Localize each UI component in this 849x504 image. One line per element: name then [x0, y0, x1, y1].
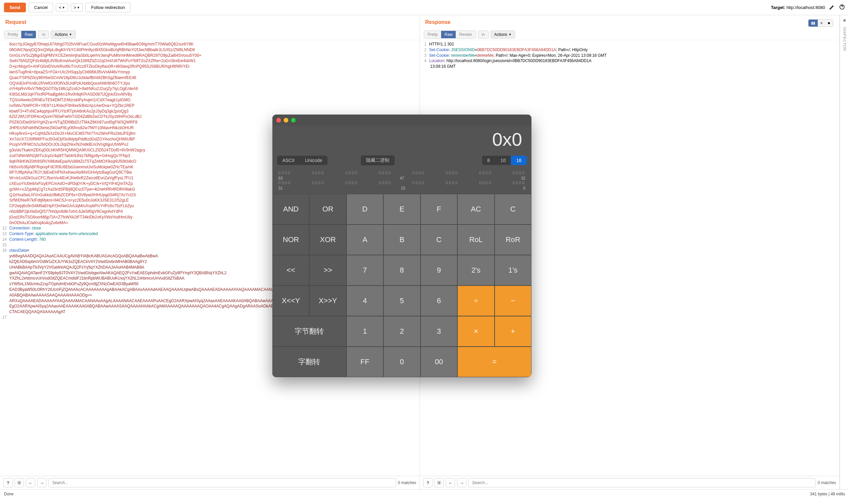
calculator-window: 0x0 ASCII Unicode 隐藏二进制 8 10 16 00000000… — [272, 114, 531, 377]
response-help-icon[interactable]: ? — [423, 478, 432, 487]
view-toggle-row: ▮▮ ≡ ■ — [804, 17, 837, 30]
key-f[interactable]: F — [421, 194, 457, 224]
sidebar-menu-icon[interactable]: ≡ — [843, 18, 846, 23]
request-prev-match-icon[interactable]: ← — [26, 478, 35, 487]
key-nor[interactable]: NOR — [272, 224, 309, 255]
response-matches-text: 0 matches — [818, 481, 836, 485]
status-text: Done — [4, 492, 14, 497]
status-bytes: 341 bytes | 49 millis — [810, 492, 845, 497]
tab-raw[interactable]: Raw — [21, 31, 36, 38]
key-00[interactable]: 00 — [421, 347, 457, 377]
send-button[interactable]: Send — [4, 3, 26, 12]
minimize-icon[interactable] — [284, 118, 288, 123]
key-multiply[interactable]: × — [457, 316, 494, 347]
key-xshry[interactable]: X>>Y — [309, 286, 346, 316]
help-icon[interactable] — [839, 4, 845, 11]
layout-view-toggle: ▮▮ ≡ ■ — [808, 19, 833, 27]
key-equals[interactable]: = — [457, 347, 531, 377]
binary-toggle-group: 隐藏二进制 — [361, 156, 395, 165]
key-d[interactable]: D — [347, 194, 383, 224]
key-or[interactable]: OR — [309, 194, 346, 224]
key-ones[interactable]: 1's — [495, 255, 531, 286]
maximize-icon[interactable] — [291, 118, 296, 123]
key-7[interactable]: 7 — [347, 255, 383, 286]
key-e[interactable]: E — [383, 194, 420, 224]
key-add[interactable]: + — [495, 316, 531, 347]
mode-unicode[interactable]: Unicode — [300, 156, 328, 165]
key-wordflip[interactable]: 字翻转 — [272, 347, 347, 377]
response-title: Response — [420, 15, 839, 29]
key-divide[interactable]: ÷ — [457, 286, 494, 316]
key-ff[interactable]: FF — [347, 347, 383, 377]
response-prev-match-icon[interactable]: ← — [446, 478, 455, 487]
response-tab-newline[interactable]: \n — [478, 31, 489, 38]
cancel-button[interactable]: Cancel — [29, 3, 53, 12]
response-tab-render[interactable]: Render — [456, 31, 475, 38]
request-actions-dropdown[interactable]: Actions ▼ — [51, 31, 75, 38]
key-2[interactable]: 2 — [383, 316, 420, 347]
request-matches-text: 0 matches — [398, 481, 416, 485]
key-shl[interactable]: << — [272, 255, 309, 286]
response-settings-icon[interactable] — [435, 478, 444, 487]
follow-redirection-button[interactable]: Follow redirection — [85, 3, 130, 12]
key-subtract[interactable]: − — [495, 286, 531, 316]
inspector-label[interactable]: INSPECTOR — [843, 27, 847, 51]
key-a[interactable]: A — [347, 224, 383, 255]
request-search-input[interactable] — [49, 478, 396, 487]
key-b[interactable]: B — [383, 224, 420, 255]
key-cc[interactable]: C — [421, 224, 457, 255]
view-columns-button[interactable]: ▮▮ — [809, 20, 818, 26]
request-help-icon[interactable]: ? — [3, 478, 13, 487]
calculator-display: 0x0 — [272, 126, 531, 156]
right-sidebar: ≡ INSPECTOR — [840, 15, 849, 489]
tab-newline[interactable]: \n — [38, 31, 49, 38]
key-xshly[interactable]: X<<Y — [272, 286, 309, 316]
mode-base10[interactable]: 10 — [495, 156, 511, 165]
key-4[interactable]: 4 — [347, 286, 383, 316]
mode-base8[interactable]: 8 — [482, 156, 495, 165]
key-0[interactable]: 0 — [383, 347, 420, 377]
mode-base16[interactable]: 16 — [511, 156, 527, 165]
calculator-keypad: AND OR D E F AC C NOR XOR A B C RoL RoR … — [272, 194, 531, 377]
key-twos[interactable]: 2's — [457, 255, 494, 286]
key-5[interactable]: 5 — [383, 286, 420, 316]
key-xor[interactable]: XOR — [309, 224, 346, 255]
view-rows-button[interactable]: ≡ — [818, 20, 825, 26]
request-settings-icon[interactable] — [15, 478, 24, 487]
response-actions-dropdown[interactable]: Actions ▼ — [491, 31, 515, 38]
key-8[interactable]: 8 — [383, 255, 420, 286]
key-byteflip[interactable]: 字节翻转 — [272, 316, 347, 347]
view-single-button[interactable]: ■ — [825, 20, 833, 26]
top-toolbar: Send Cancel < ▼ > ▼ Follow redirection T… — [0, 0, 849, 15]
request-next-match-icon[interactable]: → — [37, 478, 47, 487]
response-tab-raw[interactable]: Raw — [441, 31, 456, 38]
key-rol[interactable]: RoL — [457, 224, 494, 255]
history-back-button[interactable]: < ▼ — [56, 3, 68, 12]
svg-point-2 — [439, 482, 440, 483]
response-tab-pretty[interactable]: Pretty — [424, 31, 441, 38]
key-c[interactable]: C — [495, 194, 531, 224]
mode-hide-binary[interactable]: 隐藏二进制 — [361, 156, 395, 165]
key-6[interactable]: 6 — [421, 286, 457, 316]
base-mode-group: 8 10 16 — [482, 156, 527, 165]
response-next-match-icon[interactable]: → — [457, 478, 466, 487]
mode-ascii[interactable]: ASCII — [277, 156, 300, 165]
response-view-tabs: Pretty Raw Render — [424, 31, 476, 38]
close-icon[interactable] — [276, 118, 281, 123]
key-shr[interactable]: >> — [309, 255, 346, 286]
key-9[interactable]: 9 — [421, 255, 457, 286]
tab-pretty[interactable]: Pretty — [4, 31, 21, 38]
key-1[interactable]: 1 — [347, 316, 383, 347]
pencil-icon[interactable] — [829, 4, 835, 11]
request-view-tabs: Pretty Raw — [4, 31, 36, 38]
history-forward-button[interactable]: > ▼ — [71, 3, 83, 12]
calculator-bits: 00000000000000000000000000000000 634732 … — [272, 169, 531, 194]
calculator-titlebar[interactable] — [272, 114, 531, 126]
key-3[interactable]: 3 — [421, 316, 457, 347]
key-ac[interactable]: AC — [457, 194, 494, 224]
encoding-mode-group: ASCII Unicode — [277, 156, 328, 165]
key-and[interactable]: AND — [272, 194, 309, 224]
response-search-input[interactable] — [468, 478, 816, 487]
key-ror[interactable]: RoR — [495, 224, 531, 255]
status-bar: Done 341 bytes | 49 millis — [0, 489, 849, 498]
